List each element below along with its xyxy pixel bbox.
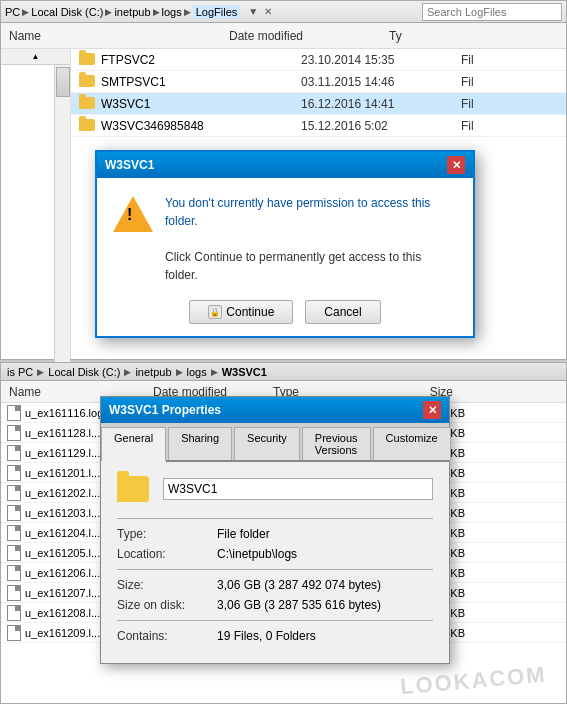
permission-dialog-close-button[interactable]: ✕ — [447, 156, 465, 174]
bc-arrow-1: ▶ — [37, 367, 44, 377]
bc-arrow-3: ▶ — [176, 367, 183, 377]
doc-icon — [7, 605, 21, 621]
search-input[interactable] — [422, 3, 562, 21]
props-contains-row: Contains: 19 Files, 0 Folders — [117, 629, 433, 643]
left-nav-pane: ▲ — [1, 49, 71, 359]
bottom-breadcrumb-bar: is PC ▶ Local Disk (C:) ▶ inetpub ▶ logs… — [1, 363, 566, 381]
doc-icon — [7, 565, 21, 581]
doc-icon — [7, 505, 21, 521]
doc-icon — [7, 465, 21, 481]
continue-label: Continue — [226, 305, 274, 319]
file-row-w3svc346985848[interactable]: W3SVC346985848 15.12.2016 5:02 Fil — [71, 115, 566, 137]
col-header-name: Name — [9, 29, 229, 43]
permission-dialog-title: W3SVC1 — [105, 158, 154, 172]
file-type: Fil — [461, 75, 541, 89]
permission-dialog-buttons: 🔒 Continue Cancel — [113, 300, 457, 324]
file-date: 15.12.2016 5:02 — [301, 119, 461, 133]
folder-icon — [79, 97, 95, 111]
properties-header — [117, 476, 433, 502]
breadcrumb-localdisk[interactable]: Local Disk (C:) — [31, 6, 103, 18]
file-date: 16.12.2016 14:41 — [301, 97, 461, 111]
properties-title: W3SVC1 Properties — [109, 403, 221, 417]
scroll-up-arrow[interactable]: ▲ — [1, 49, 70, 65]
bottom-bc-pc[interactable]: is PC — [7, 366, 33, 378]
continue-button[interactable]: 🔒 Continue — [189, 300, 293, 324]
properties-titlebar: W3SVC1 Properties ✕ — [101, 397, 449, 423]
breadcrumb-expand[interactable]: ▼ — [248, 6, 258, 17]
cancel-button[interactable]: Cancel — [305, 300, 380, 324]
tab-sharing[interactable]: Sharing — [168, 427, 232, 460]
bottom-bc-w3svc1[interactable]: W3SVC1 — [222, 366, 267, 378]
divider-2 — [117, 569, 433, 570]
properties-tabs: General Sharing Security Previous Versio… — [101, 423, 449, 462]
bc-arrow-2: ▶ — [124, 367, 131, 377]
top-explorer-titlebar: PC ▶ Local Disk (C:) ▶ inetpub ▶ logs ▶ … — [1, 1, 566, 23]
file-type: Fil — [461, 119, 541, 133]
folder-icon — [79, 53, 95, 67]
location-label: Location: — [117, 547, 217, 561]
bottom-bc-inetpub[interactable]: inetpub — [135, 366, 171, 378]
location-value: C:\inetpub\logs — [217, 547, 297, 561]
type-label: Type: — [117, 527, 217, 541]
file-name: FTPSVC2 — [101, 53, 301, 67]
tab-previous-versions[interactable]: Previous Versions — [302, 427, 371, 460]
properties-close-button[interactable]: ✕ — [423, 401, 441, 419]
breadcrumb-arrow-3: ▶ — [153, 7, 160, 17]
col-header-date: Date modified — [229, 29, 389, 43]
column-header-row: Name Date modified Ty — [1, 23, 566, 49]
properties-body: Type: File folder Location: C:\inetpub\l… — [101, 462, 449, 663]
doc-icon — [7, 405, 21, 421]
file-row-w3svc1[interactable]: W3SVC1 16.12.2016 14:41 Fil — [71, 93, 566, 115]
file-type: Fil — [461, 53, 541, 67]
bc-arrow-4: ▶ — [211, 367, 218, 377]
permission-sub-text: Click Continue to permanently get access… — [165, 248, 457, 284]
bottom-bc-logs[interactable]: logs — [187, 366, 207, 378]
contains-value: 19 Files, 0 Folders — [217, 629, 316, 643]
sizeondisk-label: Size on disk: — [117, 598, 217, 612]
doc-icon — [7, 525, 21, 541]
props-type-row: Type: File folder — [117, 527, 433, 541]
tab-security[interactable]: Security — [234, 427, 300, 460]
file-type: Fil — [461, 97, 541, 111]
breadcrumb-area: PC ▶ Local Disk (C:) ▶ inetpub ▶ logs ▶ … — [5, 5, 422, 19]
sizeondisk-value: 3,06 GB (3 287 535 616 bytes) — [217, 598, 381, 612]
properties-folder-icon — [117, 476, 149, 502]
props-sizeondisk-row: Size on disk: 3,06 GB (3 287 535 616 byt… — [117, 598, 433, 612]
cancel-label: Cancel — [324, 305, 361, 319]
doc-icon — [7, 445, 21, 461]
doc-icon — [7, 485, 21, 501]
scroll-thumb[interactable] — [56, 67, 70, 97]
tab-general[interactable]: General — [101, 427, 166, 462]
size-value: 3,06 GB (3 287 492 074 bytes) — [217, 578, 381, 592]
breadcrumb-logs[interactable]: logs — [162, 6, 182, 18]
breadcrumb-arrow-2: ▶ — [105, 7, 112, 17]
file-row-smtpsvc1[interactable]: SMTPSVC1 03.11.2015 14:46 Fil — [71, 71, 566, 93]
warning-icon — [113, 194, 153, 234]
permission-dialog: W3SVC1 ✕ You don't currently have permis… — [95, 150, 475, 338]
props-location-row: Location: C:\inetpub\logs — [117, 547, 433, 561]
breadcrumb-pc[interactable]: PC — [5, 6, 20, 18]
warning-triangle — [113, 196, 153, 232]
col-header-type: Ty — [389, 29, 469, 43]
permission-dialog-titlebar: W3SVC1 ✕ — [97, 152, 473, 178]
folder-icon — [79, 119, 95, 133]
file-row-ftpsvc2[interactable]: FTPSVC2 23.10.2014 15:35 Fil — [71, 49, 566, 71]
breadcrumb-close-btn[interactable]: ✕ — [264, 6, 272, 17]
bottom-bc-localdisk[interactable]: Local Disk (C:) — [48, 366, 120, 378]
scroll-track — [54, 65, 70, 375]
breadcrumb-arrow-1: ▶ — [22, 7, 29, 17]
contains-label: Contains: — [117, 629, 217, 643]
breadcrumb-inetpub[interactable]: inetpub — [114, 6, 150, 18]
file-name: W3SVC1 — [101, 97, 301, 111]
doc-icon — [7, 625, 21, 641]
file-date: 23.10.2014 15:35 — [301, 53, 461, 67]
breadcrumb: PC ▶ Local Disk (C:) ▶ inetpub ▶ logs ▶ … — [5, 5, 272, 19]
doc-icon — [7, 425, 21, 441]
folder-name-input[interactable] — [163, 478, 433, 500]
continue-icon: 🔒 — [208, 305, 222, 319]
tab-customize[interactable]: Customize — [373, 427, 451, 460]
permission-main-text: You don't currently have permission to a… — [165, 194, 457, 230]
permission-message-row: You don't currently have permission to a… — [113, 194, 457, 234]
breadcrumb-logfiles[interactable]: LogFiles — [193, 5, 241, 19]
file-name: W3SVC346985848 — [101, 119, 301, 133]
